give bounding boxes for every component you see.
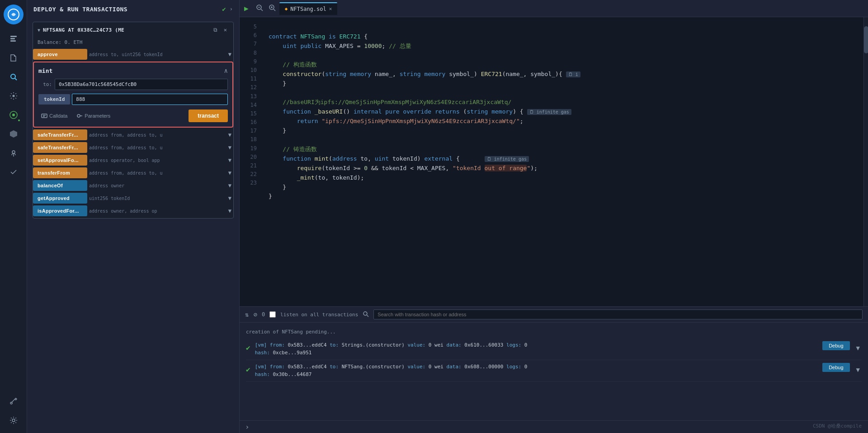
isapproved-params: address owner, address op [89, 209, 225, 214]
sidebar-settings-icon[interactable] [5, 88, 22, 104]
safetransfer1-params: address from, address to, u [89, 133, 225, 138]
parameters-button[interactable]: Parameters [74, 111, 113, 121]
contract-copy-button[interactable]: ⧉ [212, 26, 219, 34]
mint-to-label: to: [38, 81, 52, 87]
svg-point-6 [12, 95, 14, 97]
sol-file-icon: ◆ [285, 6, 288, 12]
svg-point-13 [10, 402, 12, 404]
main-area: ▶ ◆ NFTSang.sol ✕ 5 6 7 [240, 0, 868, 433]
isapproved-expand-icon[interactable]: ▼ [226, 206, 233, 216]
debug-button-0[interactable]: Debug [822, 341, 849, 350]
console-bottom-arrow[interactable]: › [245, 423, 250, 431]
safetransfer1-button[interactable]: safeTransferFr... [33, 129, 87, 140]
fn-row-approve: approve address to, uint256 tokenId ▼ [33, 49, 233, 60]
setapproval-button[interactable]: setApprovalFo... [33, 155, 87, 166]
mint-token-row: tokenId [38, 94, 228, 105]
svg-rect-15 [42, 114, 47, 118]
svg-point-10 [12, 151, 15, 153]
balanceof-expand-icon[interactable]: ▼ [226, 181, 233, 190]
console-search-icon [363, 311, 369, 319]
app-logo[interactable] [4, 5, 24, 24]
calldata-button[interactable]: Calldata [38, 111, 70, 121]
getapproved-button[interactable]: getApproved [33, 193, 87, 204]
console-stop-button[interactable]: ⊘ [253, 311, 257, 318]
fn-row-safetransfer2: safeTransferFr... address from, address … [33, 142, 233, 153]
svg-point-18 [77, 114, 80, 117]
fn-row-setapproval: setApprovalFo... address operator, bool … [33, 155, 233, 166]
parameters-icon [76, 113, 83, 119]
transferfrom-button[interactable]: transferFrom [33, 167, 87, 178]
safetransfer2-params: address from, address to, u [89, 145, 225, 150]
balance-display: Balance: 0. ETH [33, 38, 233, 49]
setapproval-params: address operator, bool app [89, 158, 225, 163]
fn-row-transferfrom: transferFrom address from, address to, u… [33, 167, 233, 178]
mint-to-field: to: [38, 79, 228, 90]
svg-point-14 [12, 419, 15, 422]
sidebar-plugin-icon[interactable] [5, 126, 22, 142]
approve-expand-icon[interactable]: ▼ [226, 49, 233, 59]
sidebar [0, 0, 27, 433]
setapproval-expand-icon[interactable]: ▼ [226, 155, 233, 165]
sidebar-run-icon[interactable] [5, 107, 22, 123]
deploy-check-icon: ✔ [222, 5, 226, 13]
safetransfer2-expand-icon[interactable]: ▼ [226, 143, 233, 152]
mint-to-input[interactable] [55, 79, 228, 90]
contract-close-button[interactable]: ✕ [222, 26, 229, 34]
isapproved-button[interactable]: isApprovedFor... [33, 205, 87, 216]
balanceof-button[interactable]: balanceOf [33, 180, 87, 191]
run-button[interactable]: ▶ [244, 4, 249, 13]
line-numbers: 5 6 7 8 9 10 11 12 13 14 15 16 17 18 19 … [240, 17, 262, 306]
getapproved-expand-icon[interactable]: ▼ [226, 193, 233, 203]
svg-rect-1 [10, 36, 17, 37]
sidebar-config-icon[interactable] [5, 412, 22, 428]
listen-checkbox[interactable] [269, 311, 276, 318]
svg-rect-2 [10, 38, 15, 39]
transact-button[interactable]: transact [189, 109, 228, 122]
mint-expanded-section: mint ∧ to: tokenId [33, 62, 233, 128]
console-collapse-button[interactable]: ⇅ [245, 311, 249, 318]
approve-params: address to, uint256 tokenId [89, 52, 225, 57]
mint-header: mint ∧ [38, 67, 228, 74]
editor-scrollbar[interactable] [863, 17, 868, 306]
mint-actions: Calldata Parameters transact [38, 109, 228, 122]
safetransfer2-button[interactable]: safeTransferFr... [33, 142, 87, 153]
log-success-icon-1: ✔ [246, 363, 250, 376]
contract-chevron-icon: ▼ [38, 28, 40, 33]
console-search-input[interactable] [373, 309, 863, 319]
transferfrom-params: address from, address to, u [89, 171, 225, 176]
sidebar-deploy-icon[interactable] [5, 31, 22, 47]
log-expand-icon-1[interactable]: ▼ [854, 363, 862, 377]
deploy-panel-content: ▼ NFTSANG AT 0X38C…24C73 (ME ⧉ ✕ Balance… [27, 18, 239, 433]
svg-rect-3 [10, 40, 16, 42]
log-entry-1: ✔ [vm] from: 0x5B3...eddC4 to: NFTSang.(… [246, 360, 862, 382]
file-tab-nftsang[interactable]: ◆ NFTSang.sol ✕ [279, 2, 338, 15]
tokenid-input[interactable] [72, 94, 228, 105]
approve-button[interactable]: approve [33, 49, 87, 60]
svg-line-26 [274, 9, 275, 11]
sidebar-search-icon[interactable] [5, 69, 22, 85]
sidebar-verify-icon[interactable] [5, 164, 22, 180]
zoom-in-button[interactable] [267, 2, 278, 14]
safetransfer1-expand-icon[interactable]: ▼ [226, 130, 233, 140]
code-content[interactable]: contract NFTSang is ERC721 { uint public… [262, 17, 863, 306]
debug-button-1[interactable]: Debug [822, 363, 849, 372]
file-tab-label: NFTSang.sol [290, 6, 326, 12]
tokenid-badge: tokenId [38, 94, 70, 105]
sidebar-tools-icon[interactable] [5, 393, 22, 409]
sidebar-files-icon[interactable] [5, 50, 22, 66]
transferfrom-expand-icon[interactable]: ▼ [226, 168, 233, 178]
contract-instance: ▼ NFTSANG AT 0X38C…24C73 (ME ⧉ ✕ Balance… [33, 22, 234, 219]
file-tab-close-button[interactable]: ✕ [329, 6, 332, 12]
log-expand-icon-0[interactable]: ▼ [854, 341, 862, 356]
svg-line-28 [367, 315, 369, 317]
mint-collapse-icon[interactable]: ∧ [224, 67, 228, 74]
deploy-arrow-icon[interactable]: › [230, 6, 233, 12]
svg-point-4 [11, 74, 15, 79]
zoom-out-button[interactable] [254, 2, 265, 14]
sidebar-debug-icon[interactable] [5, 145, 22, 161]
log-entry-0: ✔ [vm] from: 0x5B3...eddC4 to: Strings.(… [246, 338, 862, 360]
contract-instance-header[interactable]: ▼ NFTSANG AT 0X38C…24C73 (ME ⧉ ✕ [33, 22, 233, 38]
balanceof-params: address owner [89, 183, 225, 188]
editor-scrollbar-thumb[interactable] [864, 26, 868, 53]
log-text-0: [vm] from: 0x5B3...eddC4 to: Strings.(co… [255, 341, 818, 357]
